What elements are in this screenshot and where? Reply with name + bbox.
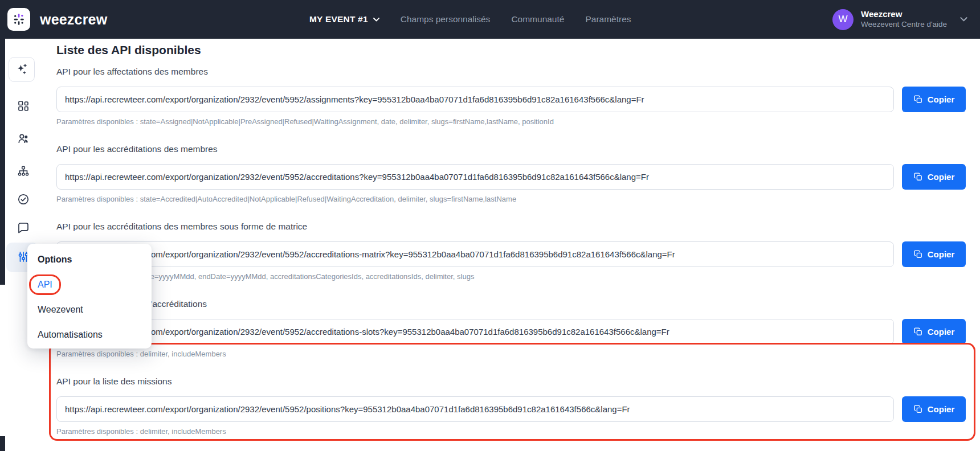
left-dark-strip [0,39,5,285]
account-menu[interactable]: W Weezcrew Weezevent Centre d'aide [832,0,967,39]
copy-button[interactable]: Copier [902,164,966,190]
api-section-accreditations: API pour les accréditations des membres … [56,144,966,204]
api-section-accreditations-matrix: API pour les accréditations des membres … [56,221,966,281]
avatar: W [832,9,854,30]
popup-item-automatisations[interactable]: Automatisations [38,329,141,341]
api-params: Paramètres disponibles : state=Accredite… [56,195,966,204]
nav-champs-personnalises[interactable]: Champs personnalisés [401,14,491,24]
event-selector-label: MY EVENT #1 [309,14,368,24]
api-url-input[interactable] [56,396,894,422]
copy-button[interactable]: Copier [902,87,966,112]
copy-icon [913,172,923,182]
api-url-input[interactable] [56,241,894,267]
chevron-down-icon [373,18,379,22]
api-params: Paramètres disponibles : state=Assigned|… [56,117,966,126]
top-navigation: MY EVENT #1 Champs personnalisés Communa… [309,0,631,39]
copy-button-label: Copier [928,249,955,259]
brand-name: weezcrew [40,11,107,28]
popup-title: Options [38,254,141,265]
api-section-accreditations-slots: API pour les créneaux d'accréditations C… [56,298,966,359]
chat-icon[interactable] [17,221,30,235]
api-section-positions: API pour la liste des missions Copier Pa… [56,376,966,436]
topbar: weezcrew MY EVENT #1 Champs personnalisé… [0,0,980,39]
copy-icon [913,327,923,337]
annotation-api-highlight: API [29,274,61,295]
page-title: Liste des API disponibles [56,43,966,58]
api-url-input[interactable] [56,87,894,112]
weezcrew-logo-icon[interactable] [7,8,30,31]
nav-communaute[interactable]: Communauté [511,14,564,24]
copy-button[interactable]: Copier [902,241,966,267]
api-url-input[interactable] [56,319,894,345]
nav-parametres[interactable]: Paramètres [585,14,631,24]
event-selector[interactable]: MY EVENT #1 [309,14,379,24]
api-params: Paramètres disponibles : delimiter, incl… [56,427,966,436]
account-name: Weezcrew [861,9,947,20]
popup-item-api[interactable]: API [38,279,141,290]
hierarchy-icon[interactable] [17,165,30,178]
api-section-label: API pour les accréditations des membres … [56,221,966,232]
api-section-label: API pour la liste des missions [56,376,966,387]
copy-icon [913,95,923,104]
check-badge-icon[interactable] [17,192,30,206]
account-subtitle: Weezevent Centre d'aide [861,20,947,30]
api-section-label: API pour les accréditations des membres [56,144,966,155]
left-dark-strip-bottom [0,436,5,451]
api-section-assignments: API pour les affectations des membres Co… [56,66,966,126]
options-popup: Options API Weezevent Automatisations [27,244,152,348]
copy-icon [913,249,923,259]
main-content: Liste des API disponibles API pour les a… [43,39,980,451]
copy-button-label: Copier [928,327,955,337]
copy-icon [913,404,923,414]
api-params: Paramètres disponibles : date=yyyyMMdd, … [56,272,966,281]
dashboard-icon[interactable] [17,99,30,113]
account-text: Weezcrew Weezevent Centre d'aide [861,9,947,30]
sparkles-icon [15,63,28,76]
api-params: Paramètres disponibles : delimiter, incl… [56,350,966,359]
popup-item-api-label: API [38,280,52,289]
api-url-input[interactable] [56,164,894,190]
api-section-label: API pour les créneaux d'accréditations [56,298,966,310]
copy-button-label: Copier [928,404,955,414]
copy-button[interactable]: Copier [902,319,966,345]
chevron-down-icon [960,17,967,22]
copy-button-label: Copier [928,95,955,104]
copy-button-label: Copier [928,172,955,182]
copy-button[interactable]: Copier [902,396,966,422]
members-icon[interactable] [17,132,30,145]
assistant-button[interactable] [9,57,35,82]
api-section-label: API pour les affectations des membres [56,66,966,77]
popup-item-weezevent[interactable]: Weezevent [38,304,141,315]
brand: weezcrew [7,8,107,31]
